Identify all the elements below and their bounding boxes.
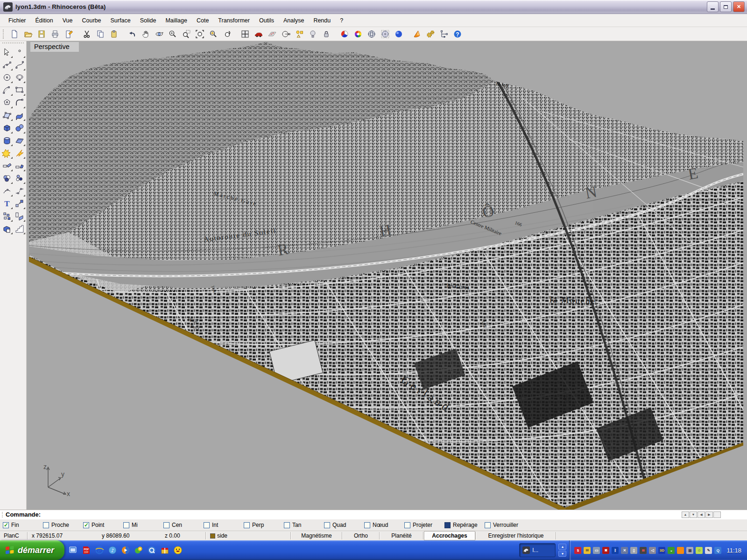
- removable-storage-icon[interactable]: ▯: [630, 547, 637, 554]
- freeform-curve-button[interactable]: [14, 59, 26, 71]
- zoom-in-button[interactable]: [167, 28, 179, 40]
- network-disconnected-icon[interactable]: ✕: [621, 547, 628, 554]
- command-scroll-right-button[interactable]: ▶: [705, 511, 713, 518]
- cut-button[interactable]: [81, 28, 93, 40]
- taskbar-window-button[interactable]: l...: [519, 543, 556, 557]
- boolean-circles-button[interactable]: [1, 172, 13, 184]
- lamp-button[interactable]: [307, 28, 319, 40]
- help-button[interactable]: ?: [451, 28, 464, 40]
- menu-fichier[interactable]: Fichier: [4, 15, 31, 26]
- open-file-button[interactable]: [22, 28, 34, 40]
- zoom-window-button[interactable]: [180, 28, 192, 40]
- cplane-grid-button[interactable]: [266, 28, 278, 40]
- menu-maillage[interactable]: Maillage: [161, 15, 192, 26]
- quicktime-tray-icon[interactable]: Q: [714, 547, 721, 554]
- menu-help[interactable]: ?: [335, 15, 348, 26]
- internet-explorer-icon[interactable]: e: [94, 545, 105, 555]
- star-splash-button[interactable]: [1, 147, 13, 159]
- toolbar-grip[interactable]: [3, 29, 5, 39]
- start-button[interactable]: démarrer: [0, 540, 64, 560]
- osnap-point-checkbox[interactable]: [83, 522, 89, 528]
- restore-button[interactable]: [720, 1, 732, 12]
- osnap-tan-checkbox[interactable]: [284, 522, 290, 528]
- zoom-back-button[interactable]: [221, 28, 233, 40]
- osnap-projeter[interactable]: Projeter: [404, 522, 444, 528]
- menu-solide[interactable]: Solide: [135, 15, 161, 26]
- quicktime-icon[interactable]: [147, 545, 157, 555]
- year-3d-icon[interactable]: 3D: [658, 547, 665, 554]
- drive-car-button[interactable]: [253, 28, 265, 40]
- window-app-icon[interactable]: [68, 545, 78, 555]
- rectangle-button[interactable]: [14, 84, 26, 96]
- osnap-reperage-checkbox[interactable]: [444, 522, 451, 528]
- box-button[interactable]: [1, 122, 13, 134]
- menu-outils[interactable]: Outils: [254, 15, 279, 26]
- control-point-curve-button[interactable]: [1, 59, 13, 71]
- cylinder-button[interactable]: [1, 134, 13, 147]
- pointer-button[interactable]: [1, 46, 13, 58]
- new-file-button[interactable]: [8, 28, 21, 40]
- remote-display-icon[interactable]: ▭: [593, 547, 600, 554]
- surface-corner-points-button[interactable]: [1, 109, 13, 121]
- osnap-perp[interactable]: Perp: [244, 522, 284, 528]
- windows-media-player-icon[interactable]: [120, 545, 131, 555]
- osnap-reperage[interactable]: Repérage: [444, 522, 485, 528]
- print-button[interactable]: [49, 28, 61, 40]
- curve-handle-button[interactable]: [1, 185, 13, 197]
- paste-button[interactable]: [108, 28, 120, 40]
- volume-icon[interactable]: ◁: [649, 547, 656, 554]
- rotate-view-button[interactable]: [153, 28, 165, 40]
- taskbar-scroll-down-button[interactable]: ▼: [558, 551, 566, 557]
- pdf-dxf-converter-icon[interactable]: PDFDXF: [81, 545, 92, 555]
- money-manager-icon[interactable]: $: [574, 547, 581, 554]
- options-gears-button[interactable]: [424, 28, 437, 40]
- circle-analyze-button[interactable]: [280, 28, 292, 40]
- boolean-box-button[interactable]: [1, 223, 13, 235]
- osnap-proche-checkbox[interactable]: [43, 522, 49, 528]
- menu-transformer[interactable]: Transformer: [213, 15, 254, 26]
- menu-cote[interactable]: Cote: [192, 15, 213, 26]
- osnap-cen-checkbox[interactable]: [163, 522, 169, 528]
- osnap-perp-checkbox[interactable]: [244, 522, 250, 528]
- undo-button[interactable]: [126, 28, 138, 40]
- status-ortho[interactable]: Ortho: [343, 531, 379, 540]
- status-accrochages[interactable]: Accrochages: [424, 531, 475, 540]
- game-controller-icon[interactable]: ◒: [668, 547, 675, 554]
- command-expand-button[interactable]: [713, 511, 721, 518]
- messenger-icon[interactable]: ☺: [696, 547, 703, 554]
- flame-splash-button[interactable]: [14, 147, 26, 159]
- zoom-extents-button[interactable]: [194, 28, 206, 40]
- orange-livebox-icon[interactable]: [677, 547, 684, 554]
- pan-button[interactable]: [140, 28, 152, 40]
- plane-arrow-button[interactable]: [14, 210, 26, 222]
- chamfer-button[interactable]: [1, 160, 13, 172]
- chamfer-edge-button[interactable]: [14, 160, 26, 172]
- fillet-button[interactable]: [14, 97, 26, 109]
- menu-surface[interactable]: Surface: [106, 15, 135, 26]
- osnap-cen[interactable]: Cen: [163, 522, 204, 528]
- osnap-fin-checkbox[interactable]: [3, 522, 9, 528]
- menu-analyse[interactable]: Analyse: [279, 15, 309, 26]
- osnap-projeter-checkbox[interactable]: [404, 522, 410, 528]
- ellipse-button[interactable]: [14, 71, 26, 84]
- sphere-render-button[interactable]: [393, 28, 405, 40]
- command-scroll-left-button[interactable]: ◀: [698, 511, 705, 518]
- osnap-int-checkbox[interactable]: [204, 522, 210, 528]
- menu-vue[interactable]: Vue: [58, 15, 78, 26]
- osnap-shapes-button[interactable]: [293, 28, 305, 40]
- point-button[interactable]: [14, 46, 26, 58]
- security-shield-icon[interactable]: ✖: [602, 547, 609, 554]
- osnap-verrouiller[interactable]: Verrouiller: [485, 522, 525, 528]
- spheres-button[interactable]: [14, 122, 26, 134]
- osnap-noeud[interactable]: Nœud: [364, 522, 404, 528]
- viewport-title[interactable]: Perspective: [30, 42, 79, 52]
- move-button[interactable]: [14, 197, 26, 210]
- render-preview-button[interactable]: [338, 28, 351, 40]
- arc-button[interactable]: [1, 84, 13, 96]
- blend-curve-button[interactable]: [14, 185, 26, 197]
- minimize-button[interactable]: [707, 1, 719, 12]
- zoom-target-button[interactable]: [207, 28, 219, 40]
- annotate-button[interactable]: [63, 28, 75, 40]
- circle-button[interactable]: [1, 71, 13, 84]
- viewport-layout-button[interactable]: [239, 28, 251, 40]
